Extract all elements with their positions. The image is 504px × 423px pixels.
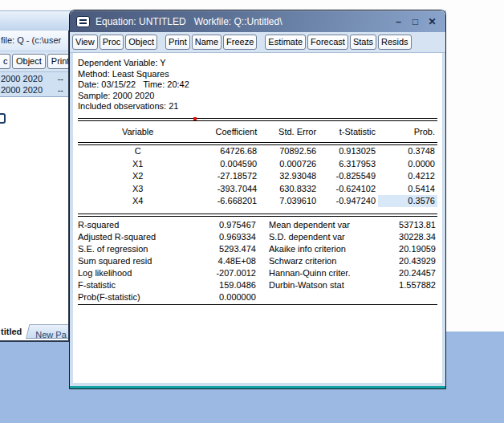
cell-variable[interactable]: X4 — [78, 195, 200, 208]
stats-row: Log likelihood -207.0012 Hannan-Quinn cr… — [78, 266, 437, 279]
eviews-desktop: file: Q - (c:\user c Object Print 2000 2… — [0, 0, 504, 423]
workfile-range-sample-area[interactable]: 2000 2020 -- 2000 2020 -- — [0, 72, 68, 97]
object-button[interactable]: Object — [125, 35, 157, 50]
stat-label: Sum squared resid — [78, 254, 189, 266]
cell-variable[interactable]: X2 — [78, 170, 200, 183]
workfile-page-tabs: titled New Pa — [0, 323, 68, 340]
window-controls: – □ ✕ — [392, 15, 439, 28]
stat-value[interactable]: 159.0486 — [189, 279, 258, 291]
stat-value[interactable]: 0.975467 — [189, 218, 258, 230]
table-row: C 64726.68 70892.56 0.913025 0.3748 — [78, 145, 437, 158]
cell-prob[interactable]: 0.5414 — [378, 182, 437, 195]
cell-variable[interactable]: X3 — [78, 182, 200, 195]
proc-button[interactable]: Proc — [100, 35, 124, 50]
coefficient-table-body: C 64726.68 70892.56 0.913025 0.3748 X1 0… — [78, 145, 437, 208]
dependent-variable-line: Dependent Variable: Y — [78, 58, 437, 69]
equation-system-menu-icon[interactable] — [76, 16, 90, 27]
equation-titlebar[interactable]: Equation: UNTITLED Workfile: Q::Untitled… — [70, 10, 445, 32]
stat-label: F-statistic — [78, 279, 189, 291]
table-row: X4 -6.668201 7.039610 -0.947240 0.3576 — [78, 195, 437, 208]
view-button[interactable]: View — [72, 35, 98, 50]
cell-std-error[interactable]: 70892.56 — [259, 145, 319, 158]
minimize-button[interactable]: – — [392, 15, 405, 28]
cell-coefficient[interactable]: -393.7044 — [200, 182, 259, 195]
cell-coefficient[interactable]: -27.18572 — [200, 170, 259, 183]
freeze-button[interactable]: Freeze — [223, 35, 257, 50]
tab-new-page[interactable]: New Pa — [26, 324, 70, 339]
tab-untitled[interactable]: titled — [0, 323, 26, 340]
equation-output: Dependent Variable: Y Method: Least Squa… — [73, 53, 442, 383]
stat-value[interactable]: 5293.474 — [189, 242, 258, 254]
stats-row: Adjusted R-squared 0.969334 S.D. depende… — [78, 230, 437, 242]
stat-value[interactable]: 30228.34 — [384, 230, 437, 242]
equation-toolbar: View Proc Object Print Name Freeze Estim… — [70, 32, 445, 53]
forecast-button[interactable]: Forecast — [307, 35, 348, 50]
sample-dates: 2000 2020 — [1, 84, 43, 96]
stats-button[interactable]: Stats — [350, 35, 376, 50]
stat-value[interactable]: 53713.81 — [384, 218, 437, 230]
stats-row: R-squared 0.975467 Mean dependent var 53… — [78, 218, 437, 230]
cell-t-statistic[interactable]: 6.317953 — [319, 157, 378, 170]
object-icon-fragment — [0, 113, 6, 124]
cell-std-error[interactable]: 630.8332 — [259, 182, 319, 195]
stat-value[interactable]: 20.24457 — [384, 266, 437, 279]
window-bottom-accent — [70, 386, 445, 388]
stat-value[interactable]: 0.000000 — [189, 291, 258, 303]
estimate-button[interactable]: Estimate — [265, 35, 306, 50]
header-coefficient: Coefficient — [200, 121, 259, 142]
stat-label — [258, 291, 384, 303]
stat-label: Mean dependent var — [258, 218, 384, 230]
stat-value[interactable]: 20.19059 — [384, 242, 437, 254]
stats-row: F-statistic 159.0486 Durbin-Watson stat … — [78, 279, 437, 291]
stat-label: S.D. dependent var — [258, 230, 384, 242]
stat-value[interactable]: 0.969334 — [189, 230, 258, 242]
stat-value[interactable]: -207.0012 — [189, 266, 258, 279]
stat-label: Prob(F-statistic) — [78, 291, 189, 303]
cell-t-statistic[interactable]: -0.947240 — [319, 195, 378, 208]
workfile-object-list[interactable] — [0, 97, 68, 323]
stat-label: Akaike info criterion — [258, 242, 384, 254]
cell-prob[interactable]: 0.3748 — [378, 145, 437, 158]
cell-coefficient[interactable]: 0.004590 — [200, 157, 259, 170]
cell-std-error[interactable]: 0.000726 — [259, 157, 319, 170]
cell-prob-selected[interactable]: 0.3576 — [378, 195, 437, 208]
stat-value[interactable]: 20.43929 — [384, 254, 437, 266]
stat-value[interactable]: 4.48E+08 — [189, 254, 258, 266]
tab-new-page-label: New Pa — [36, 330, 67, 340]
workfile-sample-row[interactable]: 2000 2020 -- — [1, 84, 63, 96]
maximize-button[interactable]: □ — [408, 15, 422, 28]
workfile-print-button[interactable]: Print — [47, 54, 68, 69]
workfile-titlebar[interactable]: file: Q - (c:\user — [0, 31, 68, 51]
workfile-object-button[interactable]: Object — [12, 54, 46, 69]
close-button[interactable]: ✕ — [425, 15, 439, 28]
workfile-range-row[interactable]: 2000 2020 -- — [1, 73, 63, 84]
cell-t-statistic[interactable]: -0.825549 — [319, 170, 378, 183]
cell-variable[interactable]: X1 — [78, 157, 200, 170]
resids-button[interactable]: Resids — [378, 35, 412, 50]
observations-line: Included observations: 21 — [78, 101, 437, 112]
stat-value[interactable] — [384, 291, 437, 303]
cell-std-error[interactable]: 7.039610 — [259, 195, 319, 208]
cell-t-statistic[interactable]: -0.624102 — [319, 182, 378, 195]
stat-label: S.E. of regression — [78, 242, 189, 254]
coefficient-table-header: Variable Coefficient Std. Error t-Statis… — [78, 121, 437, 142]
workfile-toolbar: c Object Print — [0, 51, 68, 72]
table-rule — [78, 304, 437, 305]
cell-prob[interactable]: 0.4212 — [378, 170, 437, 183]
cell-variable[interactable]: C — [78, 145, 200, 158]
table-row: X1 0.004590 0.000726 6.317953 0.0000 — [78, 157, 437, 170]
cell-prob[interactable]: 0.0000 — [378, 157, 437, 170]
header-std-error: Std. Error — [259, 121, 319, 142]
stat-value[interactable]: 1.557882 — [384, 279, 437, 291]
table-rule — [78, 214, 437, 217]
name-button[interactable]: Name — [192, 35, 222, 50]
cell-coefficient[interactable]: 64726.68 — [200, 145, 259, 158]
cell-t-statistic[interactable]: 0.913025 — [319, 145, 378, 158]
header-variable: Variable — [78, 121, 200, 142]
cell-std-error[interactable]: 32.93048 — [259, 170, 319, 183]
print-button[interactable]: Print — [165, 35, 190, 50]
stat-label: Log likelihood — [78, 266, 189, 279]
background-panel-right — [446, 0, 504, 331]
cell-coefficient[interactable]: -6.668201 — [200, 195, 259, 208]
workfile-proc-button-partial[interactable]: c — [0, 54, 10, 69]
